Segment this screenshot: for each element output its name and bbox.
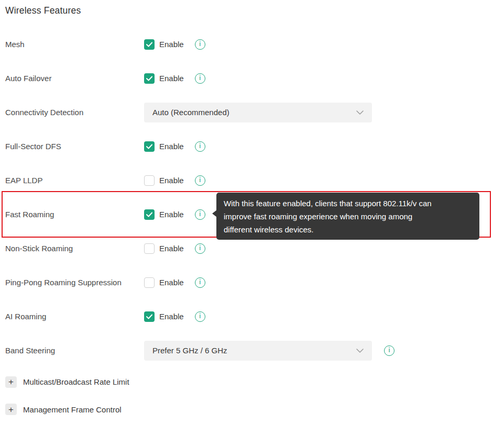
tooltip-text: improve fast roaming experience when mov… [224, 210, 472, 223]
fast-roaming-tooltip: With this feature enabled, clients that … [216, 193, 479, 240]
feature-row-mesh: Mesh Enable i [5, 27, 499, 61]
feature-row-fast-roaming: Fast Roaming Enable i With this feature … [5, 197, 499, 231]
mesh-checkbox[interactable] [144, 39, 155, 50]
section-multicast-broadcast-rate-limit[interactable]: + Multicast/Broadcast Rate Limit [5, 367, 499, 396]
full-sector-dfs-checkbox[interactable] [144, 141, 155, 152]
select-value: Auto (Recommended) [152, 108, 229, 117]
band-steering-info-icon[interactable]: i [384, 345, 395, 356]
eap-lldp-checkbox[interactable] [144, 175, 155, 186]
select-value: Prefer 5 GHz / 6 GHz [152, 346, 227, 355]
feature-label: Auto Failover [5, 73, 144, 84]
section-label: Multicast/Broadcast Rate Limit [23, 377, 129, 386]
section-label: Management Frame Control [23, 405, 122, 414]
feature-label: Connectivity Detection [5, 107, 144, 118]
feature-row-full-sector-dfs: Full-Sector DFS Enable i [5, 129, 499, 163]
checkmark-icon [146, 314, 152, 319]
enable-label: Enable [159, 74, 184, 83]
enable-label: Enable [159, 312, 184, 321]
feature-row-band-steering: Band Steering Prefer 5 GHz / 6 GHz i [5, 333, 499, 367]
non-stick-roaming-info-icon[interactable]: i [195, 243, 205, 254]
chevron-down-icon [356, 110, 364, 115]
feature-label: AI Roaming [5, 311, 144, 322]
checkmark-icon [146, 212, 152, 217]
feature-row-auto-failover: Auto Failover Enable i [5, 61, 499, 95]
connectivity-detection-select[interactable]: Auto (Recommended) [144, 103, 372, 122]
enable-label: Enable [159, 244, 184, 253]
wireless-features-panel: Wireless Features Mesh Enable i Auto Fai… [0, 0, 499, 422]
feature-label: Full-Sector DFS [5, 141, 144, 152]
feature-label: Ping-Pong Roaming Suppression [5, 277, 144, 288]
tooltip-arrow [212, 210, 217, 217]
enable-label: Enable [159, 142, 184, 151]
feature-row-connectivity-detection: Connectivity Detection Auto (Recommended… [5, 95, 499, 129]
non-stick-roaming-checkbox[interactable] [144, 243, 155, 254]
ai-roaming-info-icon[interactable]: i [195, 311, 205, 322]
tooltip-text: different wireless devices. [224, 223, 472, 236]
enable-label: Enable [159, 40, 184, 49]
ai-roaming-checkbox[interactable] [144, 311, 155, 322]
feature-label: Non-Stick Roaming [5, 243, 144, 254]
ping-pong-roaming-suppression-checkbox[interactable] [144, 277, 155, 288]
expand-plus-icon[interactable]: + [5, 376, 17, 388]
checkmark-icon [146, 144, 152, 149]
fast-roaming-checkbox[interactable] [144, 209, 155, 220]
feature-label: Fast Roaming [5, 209, 144, 220]
feature-label: Band Steering [5, 345, 144, 356]
full-sector-dfs-info-icon[interactable]: i [195, 141, 205, 152]
ping-pong-roaming-suppression-info-icon[interactable]: i [195, 277, 205, 288]
auto-failover-checkbox[interactable] [144, 73, 155, 84]
mesh-info-icon[interactable]: i [195, 39, 205, 50]
expand-plus-icon[interactable]: + [5, 404, 17, 415]
checkmark-icon [146, 76, 152, 81]
fast-roaming-info-icon[interactable]: i [195, 209, 205, 220]
checkmark-icon [146, 42, 152, 47]
section-management-frame-control[interactable]: + Management Frame Control [5, 396, 499, 422]
enable-label: Enable [159, 278, 184, 287]
page-title: Wireless Features [5, 5, 499, 16]
band-steering-select[interactable]: Prefer 5 GHz / 6 GHz [144, 341, 372, 361]
chevron-down-icon [356, 349, 364, 353]
feature-label: EAP LLDP [5, 175, 144, 186]
eap-lldp-info-icon[interactable]: i [195, 175, 205, 186]
auto-failover-info-icon[interactable]: i [195, 73, 205, 84]
feature-row-ping-pong-roaming-suppression: Ping-Pong Roaming Suppression Enable i [5, 265, 499, 299]
feature-row-ai-roaming: AI Roaming Enable i [5, 299, 499, 333]
enable-label: Enable [159, 210, 184, 219]
feature-label: Mesh [5, 39, 144, 50]
enable-label: Enable [159, 176, 184, 185]
tooltip-text: With this feature enabled, clients that … [224, 197, 472, 210]
